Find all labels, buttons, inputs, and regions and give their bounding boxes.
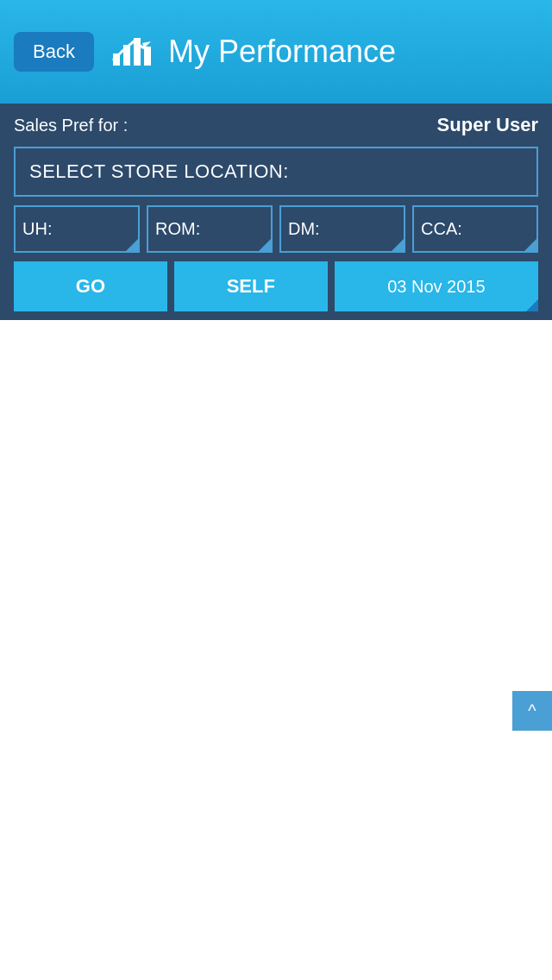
cca-filter-button[interactable]: CCA: (412, 205, 538, 253)
dm-filter-button[interactable]: DM: (279, 205, 405, 253)
go-button[interactable]: GO (14, 261, 167, 311)
filter-buttons-row: UH: ROM: DM: CCA: (0, 205, 552, 261)
sales-pref-label: Sales Pref for : (14, 116, 128, 135)
date-button[interactable]: 03 Nov 2015 (335, 261, 538, 311)
rom-filter-button[interactable]: ROM: (147, 205, 273, 253)
scroll-up-button[interactable]: ^ (512, 691, 552, 731)
store-location-row: SELECT STORE LOCATION: (0, 147, 552, 205)
chevron-up-icon: ^ (528, 702, 536, 719)
store-location-button[interactable]: SELECT STORE LOCATION: (14, 147, 538, 197)
sales-pref-value: Super User (437, 114, 538, 136)
header: Back My Performance (0, 0, 552, 104)
self-button[interactable]: SELF (174, 261, 328, 311)
performance-icon (111, 29, 151, 74)
back-button[interactable]: Back (14, 32, 94, 72)
filter-bar: Sales Pref for : Super User (0, 104, 552, 147)
uh-filter-button[interactable]: UH: (14, 205, 140, 253)
page-title: My Performance (168, 34, 538, 70)
svg-rect-3 (144, 47, 151, 66)
action-buttons-row: GO SELF 03 Nov 2015 (0, 261, 552, 320)
